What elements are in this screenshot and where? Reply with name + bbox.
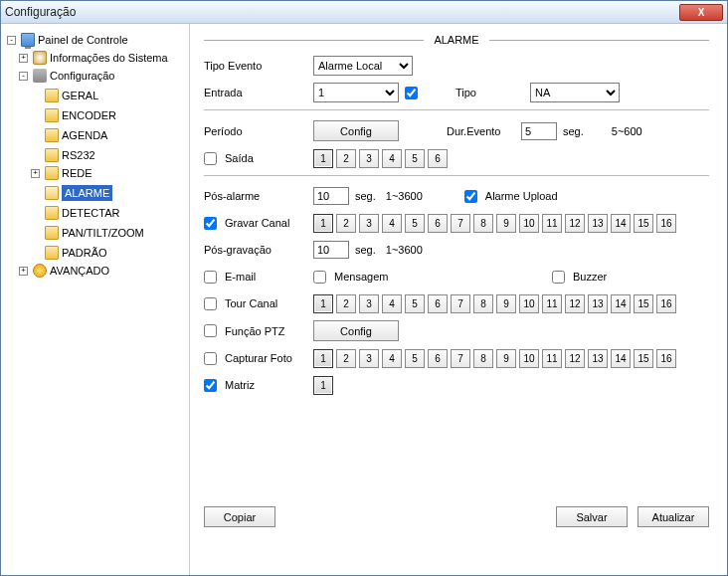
channel-button[interactable]: 7 xyxy=(451,294,470,313)
channel-button[interactable]: 6 xyxy=(428,149,448,168)
atualizar-button[interactable]: Atualizar xyxy=(637,506,709,527)
tree-item-detectar[interactable]: DETECTAR xyxy=(29,205,121,221)
channel-button[interactable]: 9 xyxy=(496,294,516,313)
channel-button[interactable]: 13 xyxy=(588,294,608,313)
tree-item-config[interactable]: - Configuração xyxy=(17,68,116,84)
saida-channels: 123456 xyxy=(313,149,448,168)
funcao-ptz-check[interactable]: Função PTZ xyxy=(204,324,313,337)
channel-button[interactable]: 3 xyxy=(359,349,379,368)
channel-button[interactable]: 4 xyxy=(382,149,402,168)
tree-item-info[interactable]: + Informações do Sistema xyxy=(17,50,170,66)
channel-button[interactable]: 8 xyxy=(473,294,493,313)
channel-button[interactable]: 10 xyxy=(519,214,539,233)
channel-button[interactable]: 14 xyxy=(611,349,631,368)
saida-checkbox[interactable] xyxy=(204,152,217,165)
tree-item-geral[interactable]: GERAL xyxy=(29,88,100,103)
channel-button[interactable]: 11 xyxy=(542,214,562,233)
entrada-enable-checkbox[interactable] xyxy=(405,87,418,99)
matriz-channel-button[interactable]: 1 xyxy=(313,376,333,395)
pos-alarme-input[interactable] xyxy=(313,187,349,205)
channel-button[interactable]: 9 xyxy=(496,214,516,233)
channel-button[interactable]: 3 xyxy=(359,149,379,168)
channel-button[interactable]: 7 xyxy=(451,214,470,233)
channel-button[interactable]: 2 xyxy=(336,149,356,168)
tree-item-rs232[interactable]: RS232 xyxy=(29,147,97,163)
channel-button[interactable]: 5 xyxy=(405,214,425,233)
channel-button[interactable]: 4 xyxy=(382,294,402,313)
channel-button[interactable]: 10 xyxy=(519,349,539,368)
tree-item-painel[interactable]: - Painel de Controle xyxy=(5,32,130,48)
channel-button[interactable]: 15 xyxy=(634,214,653,233)
channel-button[interactable]: 5 xyxy=(405,349,425,368)
channel-button[interactable]: 10 xyxy=(519,294,539,313)
channel-button[interactable]: 9 xyxy=(496,349,516,368)
pos-gravacao-label: Pós-gravação xyxy=(204,244,313,256)
ptz-config-button[interactable]: Config xyxy=(313,320,399,341)
channel-button[interactable]: 14 xyxy=(611,214,631,233)
email-check[interactable]: E-mail xyxy=(204,271,313,284)
periodo-config-button[interactable]: Config xyxy=(313,120,399,141)
channel-button[interactable]: 8 xyxy=(473,214,493,233)
channel-button[interactable]: 13 xyxy=(588,214,608,233)
channel-button[interactable]: 13 xyxy=(588,349,608,368)
channel-button[interactable]: 3 xyxy=(359,294,379,313)
pos-gravacao-range: 1~3600 xyxy=(386,244,423,256)
channel-button[interactable]: 5 xyxy=(405,294,425,313)
channel-button[interactable]: 4 xyxy=(382,214,402,233)
channel-button[interactable]: 2 xyxy=(336,349,356,368)
channel-button[interactable]: 11 xyxy=(542,349,562,368)
tree-item-encoder[interactable]: ENCODER xyxy=(29,107,118,123)
channel-button[interactable]: 4 xyxy=(382,349,402,368)
channel-button[interactable]: 14 xyxy=(611,294,631,313)
tree-item-agenda[interactable]: AGENDA xyxy=(29,127,109,143)
channel-button[interactable]: 12 xyxy=(565,349,585,368)
gravar-canal-check[interactable]: Gravar Canal xyxy=(204,217,313,230)
matriz-check[interactable]: Matriz xyxy=(204,379,313,392)
channel-button[interactable]: 5 xyxy=(405,149,425,168)
tree-toggle-icon[interactable]: + xyxy=(31,169,40,178)
channel-button[interactable]: 16 xyxy=(656,214,676,233)
channel-button[interactable]: 15 xyxy=(634,349,653,368)
copiar-button[interactable]: Copiar xyxy=(204,506,275,527)
channel-button[interactable]: 8 xyxy=(473,349,493,368)
tree-toggle-icon[interactable]: + xyxy=(19,267,28,276)
channel-button[interactable]: 12 xyxy=(565,214,585,233)
saida-check-label[interactable]: Saída xyxy=(204,152,313,165)
tree-item-ptz[interactable]: PAN/TILT/ZOOM xyxy=(29,225,146,241)
capturar-foto-check[interactable]: Capturar Foto xyxy=(204,352,313,365)
channel-button[interactable]: 6 xyxy=(428,214,448,233)
tipo-select[interactable]: NA xyxy=(530,83,620,102)
channel-button[interactable]: 11 xyxy=(542,294,562,313)
mensagem-check[interactable]: Mensagem xyxy=(313,271,443,284)
channel-button[interactable]: 6 xyxy=(428,349,448,368)
close-button[interactable]: X xyxy=(679,4,723,21)
channel-button[interactable]: 16 xyxy=(656,349,676,368)
channel-button[interactable]: 12 xyxy=(565,294,585,313)
buzzer-check[interactable]: Buzzer xyxy=(552,271,607,284)
dur-evento-input[interactable] xyxy=(521,122,557,140)
salvar-button[interactable]: Salvar xyxy=(556,506,628,527)
tour-canal-check[interactable]: Tour Canal xyxy=(204,297,313,310)
tree-toggle-icon[interactable]: + xyxy=(19,54,28,63)
tree-item-rede[interactable]: +REDE xyxy=(29,165,94,181)
tree-item-avancado[interactable]: + AVANÇADO xyxy=(17,263,111,279)
tipo-evento-select[interactable]: Alarme Local xyxy=(313,56,413,76)
tree-item-alarme[interactable]: ALARME xyxy=(29,185,114,201)
channel-button[interactable]: 1 xyxy=(313,294,333,313)
channel-button[interactable]: 2 xyxy=(336,214,356,233)
alarme-upload-check[interactable]: Alarme Upload xyxy=(464,190,558,203)
tree-toggle-icon[interactable]: - xyxy=(19,72,28,81)
channel-button[interactable]: 1 xyxy=(313,149,333,168)
channel-button[interactable]: 1 xyxy=(313,214,333,233)
channel-button[interactable]: 3 xyxy=(359,214,379,233)
entrada-select[interactable]: 1 xyxy=(313,83,399,102)
channel-button[interactable]: 6 xyxy=(428,294,448,313)
channel-button[interactable]: 15 xyxy=(634,294,653,313)
channel-button[interactable]: 16 xyxy=(656,294,676,313)
channel-button[interactable]: 7 xyxy=(451,349,470,368)
tree-item-padrao[interactable]: PADRÃO xyxy=(29,245,109,261)
pos-gravacao-input[interactable] xyxy=(313,241,349,259)
channel-button[interactable]: 2 xyxy=(336,294,356,313)
channel-button[interactable]: 1 xyxy=(313,349,333,368)
tree-toggle-icon[interactable]: - xyxy=(7,36,16,45)
